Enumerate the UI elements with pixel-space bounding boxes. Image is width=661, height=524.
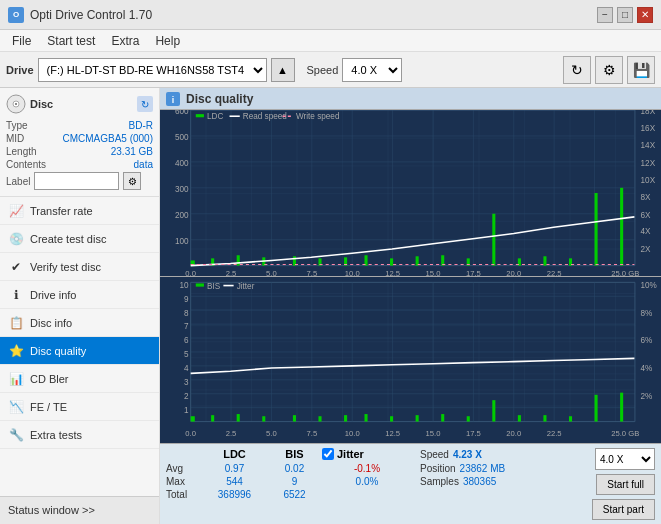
- app-title: Opti Drive Control 1.70: [30, 8, 152, 22]
- disc-quality-title: Disc quality: [186, 92, 253, 106]
- svg-text:10.0: 10.0: [345, 428, 361, 437]
- verify-test-disc-icon: ✔: [8, 259, 24, 275]
- sidebar-item-fe-te[interactable]: 📉 FE / TE: [0, 393, 159, 421]
- svg-text:15.0: 15.0: [426, 428, 442, 437]
- stats-footer: LDC BIS Jitter Speed 4.23 X Avg 0.97 0.0: [160, 444, 661, 524]
- svg-text:20.0: 20.0: [506, 428, 522, 437]
- settings-button[interactable]: ⚙: [595, 56, 623, 84]
- svg-rect-117: [543, 415, 546, 421]
- sidebar-item-label: Create test disc: [30, 233, 106, 245]
- svg-text:4X: 4X: [641, 227, 652, 236]
- sidebar-item-label: Transfer rate: [30, 205, 93, 217]
- disc-refresh-icon[interactable]: ↻: [137, 96, 153, 112]
- svg-text:2.5: 2.5: [226, 269, 237, 276]
- menu-help[interactable]: Help: [147, 32, 188, 50]
- sidebar-item-transfer-rate[interactable]: 📈 Transfer rate: [0, 197, 159, 225]
- svg-text:18X: 18X: [641, 110, 656, 116]
- svg-text:500: 500: [175, 133, 189, 142]
- speed-select[interactable]: 4.0 X: [342, 58, 402, 82]
- extra-tests-icon: 🔧: [8, 427, 24, 443]
- sidebar-item-label: FE / TE: [30, 401, 67, 413]
- svg-text:25.0 GB: 25.0 GB: [611, 428, 639, 437]
- max-jitter: 0.0%: [322, 476, 412, 487]
- mid-value: CMCMAGBA5 (000): [62, 133, 153, 144]
- jitter-column-header: Jitter: [337, 448, 364, 460]
- svg-text:15.0: 15.0: [426, 269, 441, 276]
- mid-label: MID: [6, 133, 24, 144]
- total-bis: 6522: [267, 489, 322, 500]
- svg-text:8%: 8%: [641, 307, 653, 317]
- minimize-button[interactable]: −: [597, 7, 613, 23]
- svg-rect-72: [196, 114, 204, 117]
- close-button[interactable]: ✕: [637, 7, 653, 23]
- disc-panel: Disc ↻ Type BD-R MID CMCMAGBA5 (000) Len…: [0, 88, 159, 197]
- drive-label: Drive: [6, 64, 34, 76]
- charts-area: 600 500 400 300 200 100 18X 16X 14X 12X …: [160, 110, 661, 444]
- svg-text:16X: 16X: [641, 124, 656, 133]
- sidebar-item-create-test-disc[interactable]: 💿 Create test disc: [0, 225, 159, 253]
- svg-rect-112: [416, 415, 419, 421]
- svg-text:5.0: 5.0: [266, 269, 277, 276]
- sidebar-item-cd-bler[interactable]: 📊 CD Bler: [0, 365, 159, 393]
- sidebar-item-verify-test-disc[interactable]: ✔ Verify test disc: [0, 253, 159, 281]
- sidebar-item-label: Extra tests: [30, 429, 82, 441]
- svg-text:12.5: 12.5: [385, 269, 400, 276]
- max-label: Max: [166, 476, 202, 487]
- disc-quality-icon: ⭐: [8, 343, 24, 359]
- status-window-label: Status window >>: [8, 504, 95, 516]
- jitter-checkbox[interactable]: [322, 448, 334, 460]
- label-go-button[interactable]: ⚙: [123, 172, 141, 190]
- start-full-button[interactable]: Start full: [596, 474, 655, 495]
- svg-text:12.5: 12.5: [385, 428, 401, 437]
- svg-text:4: 4: [184, 363, 189, 373]
- ldc-column-header: LDC: [202, 448, 267, 460]
- start-part-button[interactable]: Start part: [592, 499, 655, 520]
- svg-rect-115: [492, 400, 495, 421]
- menu-extra[interactable]: Extra: [103, 32, 147, 50]
- refresh-button[interactable]: ↻: [563, 56, 591, 84]
- speed-label: Speed: [307, 64, 339, 76]
- svg-text:10.0: 10.0: [345, 269, 360, 276]
- sidebar-item-extra-tests[interactable]: 🔧 Extra tests: [0, 421, 159, 449]
- status-window-button[interactable]: Status window >>: [0, 496, 159, 524]
- avg-label: Avg: [166, 463, 202, 474]
- svg-text:22.5: 22.5: [547, 428, 563, 437]
- bis-column-header: BIS: [267, 448, 322, 460]
- fe-te-icon: 📉: [8, 399, 24, 415]
- sidebar-item-label: Drive info: [30, 289, 76, 301]
- menu-file[interactable]: File: [4, 32, 39, 50]
- svg-text:10: 10: [180, 280, 189, 290]
- svg-text:7.5: 7.5: [307, 269, 318, 276]
- menu-start-test[interactable]: Start test: [39, 32, 103, 50]
- title-bar: O Opti Drive Control 1.70 − □ ✕: [0, 0, 661, 30]
- app-icon: O: [8, 7, 24, 23]
- sidebar-item-label: CD Bler: [30, 373, 69, 385]
- sidebar-item-disc-info[interactable]: 📋 Disc info: [0, 309, 159, 337]
- svg-text:6X: 6X: [641, 211, 652, 220]
- svg-text:3: 3: [184, 377, 189, 387]
- menu-bar: File Start test Extra Help: [0, 30, 661, 52]
- svg-text:8: 8: [184, 307, 189, 317]
- svg-text:0.0: 0.0: [185, 269, 196, 276]
- maximize-button[interactable]: □: [617, 7, 633, 23]
- svg-rect-116: [518, 415, 521, 421]
- max-ldc: 544: [202, 476, 267, 487]
- label-input[interactable]: [34, 172, 119, 190]
- bis-chart-svg: 10 9 8 7 6 5 4 3 2 1 10% 8% 6% 4% 2%: [160, 277, 661, 443]
- disc-icon: [6, 94, 26, 114]
- svg-text:600: 600: [175, 110, 189, 116]
- svg-text:↻: ↻: [141, 99, 149, 110]
- save-button[interactable]: 💾: [627, 56, 655, 84]
- avg-jitter: -0.1%: [322, 463, 412, 474]
- svg-text:5: 5: [184, 349, 189, 359]
- sidebar-item-disc-quality[interactable]: ⭐ Disc quality: [0, 337, 159, 365]
- eject-button[interactable]: ▲: [271, 58, 295, 82]
- drive-select[interactable]: (F:) HL-DT-ST BD-RE WH16NS58 TST4: [38, 58, 267, 82]
- sidebar-item-drive-info[interactable]: ℹ Drive info: [0, 281, 159, 309]
- svg-text:6: 6: [184, 335, 189, 345]
- svg-rect-120: [620, 393, 623, 422]
- speed-dropdown[interactable]: 4.0 X: [595, 448, 655, 470]
- svg-rect-30: [237, 255, 240, 265]
- svg-rect-108: [318, 416, 321, 421]
- sidebar-item-label: Verify test disc: [30, 261, 101, 273]
